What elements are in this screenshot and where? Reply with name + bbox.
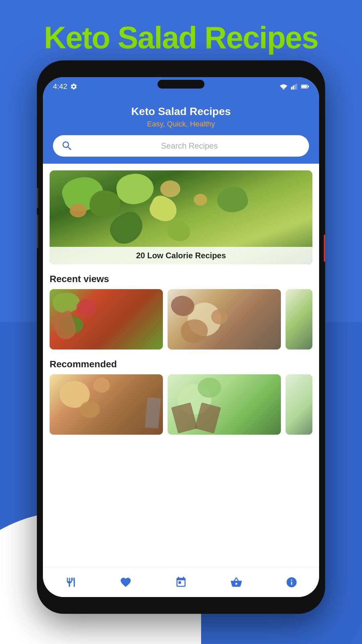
settings-icon bbox=[70, 83, 77, 90]
calendar-icon bbox=[175, 576, 187, 588]
signal-icon bbox=[291, 84, 298, 90]
recent-thumb-1[interactable] bbox=[50, 289, 163, 350]
search-input[interactable]: Search Recipes bbox=[78, 141, 301, 151]
featured-label: 20 Low Calorie Recipes bbox=[50, 247, 312, 264]
content-area: 20 Low Calorie Recipes Recent views bbox=[43, 164, 319, 597]
phone-screen: 4:42 bbox=[43, 77, 319, 597]
content-scroll: 20 Low Calorie Recipes Recent views bbox=[43, 170, 319, 468]
svg-rect-1 bbox=[291, 87, 292, 90]
info-icon bbox=[286, 576, 298, 588]
page-title: Keto Salad Recipes bbox=[0, 20, 362, 55]
search-icon bbox=[61, 140, 73, 152]
recommended-row bbox=[43, 374, 319, 435]
recent-views-row bbox=[43, 289, 319, 350]
recommended-thumb-1[interactable] bbox=[50, 374, 163, 435]
status-right bbox=[280, 84, 309, 90]
volume-up-button bbox=[37, 188, 38, 208]
time-display: 4:42 bbox=[53, 82, 67, 91]
camera-notch bbox=[158, 80, 204, 89]
recommended-thumb-3[interactable] bbox=[286, 374, 312, 435]
search-bar[interactable]: Search Recipes bbox=[53, 135, 309, 157]
app-header-title: Keto Salad Recipes bbox=[53, 105, 309, 118]
svg-point-0 bbox=[283, 89, 284, 90]
svg-rect-2 bbox=[293, 86, 294, 90]
section-recommended-title: Recommended bbox=[43, 350, 319, 374]
nav-cart[interactable] bbox=[230, 576, 242, 588]
bottom-nav bbox=[43, 567, 319, 597]
nav-favorites[interactable] bbox=[120, 576, 132, 588]
recommended-thumb-2[interactable] bbox=[168, 374, 281, 435]
section-recent-title: Recent views bbox=[43, 264, 319, 289]
heart-icon bbox=[120, 576, 132, 588]
svg-rect-6 bbox=[302, 86, 307, 88]
status-left: 4:42 bbox=[53, 82, 77, 91]
recent-thumb-3[interactable] bbox=[286, 289, 312, 350]
battery-icon bbox=[301, 84, 309, 89]
recent-thumb-2[interactable] bbox=[168, 289, 281, 350]
svg-rect-7 bbox=[308, 86, 309, 88]
app-header-subtitle: Easy, Quick, Healthy bbox=[53, 120, 309, 128]
wifi-icon bbox=[280, 84, 288, 90]
app-header: Keto Salad Recipes Easy, Quick, Healthy … bbox=[43, 96, 319, 165]
nav-info[interactable] bbox=[286, 576, 298, 588]
svg-rect-3 bbox=[294, 85, 296, 90]
featured-card[interactable]: 20 Low Calorie Recipes bbox=[50, 170, 312, 264]
volume-down-button bbox=[37, 215, 38, 248]
power-button bbox=[324, 235, 325, 262]
nav-recipes[interactable] bbox=[64, 576, 76, 588]
svg-rect-4 bbox=[296, 84, 297, 90]
cart-icon bbox=[230, 576, 242, 588]
utensils-icon bbox=[64, 576, 76, 588]
phone-frame: 4:42 bbox=[37, 60, 325, 614]
nav-calendar[interactable] bbox=[175, 576, 187, 588]
